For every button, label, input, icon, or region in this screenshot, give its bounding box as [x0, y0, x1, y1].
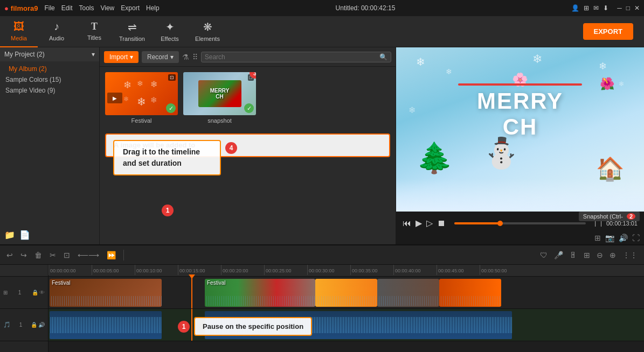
track-lock-button[interactable]: 🔒 [32, 290, 38, 295]
video-track-controls: 🔒 👁 [32, 290, 45, 295]
toolbar-audio[interactable]: ♪ Audio [38, 16, 75, 47]
tree-item-video[interactable]: Sample Video (9) [0, 85, 99, 96]
snapshot-tooltip-text: Snapshot (Ctrl- [583, 213, 623, 220]
mix-button[interactable]: 🎚 [567, 250, 579, 261]
win-minimize[interactable]: ─ [617, 4, 622, 12]
panel-collapse-icon[interactable]: ▾ [92, 51, 95, 58]
menu-tools[interactable]: Tools [79, 4, 94, 12]
toolbar-effects[interactable]: ✦ Effects [151, 16, 189, 47]
fullscreen-button[interactable]: ⛶ [632, 234, 640, 242]
menu-help[interactable]: Help [146, 4, 160, 12]
toolbar-titles[interactable]: T Titles [75, 16, 113, 47]
import-button[interactable]: Import ▾ [104, 51, 139, 63]
import-label: Import [109, 53, 128, 61]
record-button[interactable]: Record ▾ [142, 51, 179, 63]
audio-lock-button[interactable]: 🔒 [31, 322, 37, 328]
minus-button[interactable]: ⊖ [594, 250, 605, 261]
tree-item-colors[interactable]: Sample Colors (15) [0, 74, 99, 85]
clip-gold[interactable] [315, 279, 377, 307]
media-item-snapshot[interactable]: MERRYCH □ ✓ 3 snapshot [183, 72, 256, 124]
export-button[interactable]: EXPORT [583, 23, 633, 40]
ruler-spacer [0, 265, 48, 277]
clip-dark[interactable] [377, 279, 439, 307]
add-file-icon[interactable]: 📄 [19, 230, 30, 240]
media-thumb-snapshot[interactable]: MERRYCH □ ✓ 3 [183, 72, 256, 115]
play-button[interactable]: ▶ [416, 218, 422, 228]
record-label: Record [147, 53, 168, 61]
voiceover-button[interactable]: 🛡 [538, 250, 550, 261]
app-logo: ● filmora9 [4, 4, 38, 12]
win-close[interactable]: ✕ [634, 4, 640, 12]
crop-button[interactable]: ⊡ [61, 250, 72, 261]
add-folder-icon[interactable]: 📁 [4, 230, 15, 240]
download-icon[interactable]: ⬇ [603, 4, 608, 12]
menu-view[interactable]: View [100, 4, 114, 12]
toolbar-elements[interactable]: ❋ Elements [189, 16, 226, 47]
audio-wave-4 [377, 296, 439, 306]
speed-button[interactable]: ⏩ [105, 250, 118, 261]
mic-button[interactable]: 🎤 [552, 250, 565, 261]
clip-orange[interactable] [439, 279, 501, 307]
media-thumb-festival[interactable]: ❄ ❄ ❄ ❄ ❄ ❄ ⊡ ✓ ▶ [105, 72, 178, 115]
snowflake-preview-1: ❄ [416, 55, 425, 68]
media-icon: 🖼 [13, 20, 24, 33]
track-eye-button[interactable]: 👁 [39, 290, 45, 295]
audio-track-icon: 🎵 [3, 321, 11, 328]
bookmark-icon[interactable]: ⊞ [584, 4, 589, 12]
win-maximize[interactable]: □ [626, 4, 630, 12]
grid-view-icon[interactable]: ⠿ [192, 53, 198, 61]
audio-track-row [49, 309, 644, 341]
menu-bar: File Edit Tools View Export Help [44, 4, 159, 12]
snowflake-icon-6: ❄ [150, 95, 160, 108]
panel-actions: 📁 📄 [0, 98, 99, 244]
panel-title: My Project (2) [4, 51, 45, 58]
search-input[interactable] [205, 53, 379, 61]
menu-export[interactable]: Export [121, 4, 140, 12]
stop-button[interactable]: ⏹ [437, 219, 446, 228]
split-button[interactable]: ⟵⟶ [75, 250, 101, 261]
undo-button[interactable]: ↩ [4, 250, 15, 261]
playhead [191, 277, 192, 308]
cut-button[interactable]: ✂ [47, 250, 58, 261]
media-item-festival[interactable]: ❄ ❄ ❄ ❄ ❄ ❄ ⊡ ✓ ▶ Festival [105, 72, 178, 124]
clip-festival-2-label: Festival [205, 279, 315, 287]
audio-wave-display-1 [50, 317, 162, 333]
more-button[interactable]: ⋮⋮ [620, 250, 640, 261]
user-icon[interactable]: 👤 [571, 4, 579, 12]
volume-button[interactable]: 🔊 [619, 234, 628, 242]
main-toolbar: 🖼 Media ♪ Audio T Titles ⇌ Transition ✦ … [0, 16, 644, 47]
fullscreen-small-button[interactable]: ⊞ [594, 234, 601, 242]
add-layer-button[interactable]: ⊕ [607, 250, 618, 261]
pip-button[interactable]: ⊞ [581, 250, 592, 261]
ruler-tick-9: 00:00:45:00 [437, 265, 480, 275]
progress-bar[interactable] [454, 222, 586, 224]
mail-icon[interactable]: ✉ [593, 4, 599, 12]
ruler-tick-4: 00:00:20:00 [221, 265, 264, 275]
clip-festival-2[interactable]: Festival [205, 279, 315, 307]
toolbar-audio-label: Audio [49, 35, 64, 41]
redo-button[interactable]: ↪ [18, 250, 29, 261]
video-track-num: 1 [18, 290, 22, 295]
prev-frame-button[interactable]: ⏮ [403, 219, 411, 228]
timeline-ruler: 00:00:00:00 00:00:05:00 00:00:10:00 00:0… [49, 265, 644, 277]
menu-edit[interactable]: Edit [61, 4, 73, 12]
search-icon[interactable]: 🔍 [379, 53, 387, 61]
progress-dot [497, 221, 503, 226]
tree-item-album[interactable]: My Album (2) [0, 64, 99, 74]
audio-clip-1[interactable] [50, 311, 162, 339]
snapshot-button[interactable]: 📷 [605, 234, 614, 242]
play-alt-button[interactable]: ▷ [426, 218, 433, 228]
track-label-audio: 🎵 1 🔒 🔊 [0, 309, 48, 341]
toolbar-transition[interactable]: ⇌ Transition [113, 16, 151, 47]
red-flower-icon: 🌺 [600, 77, 614, 91]
toolbar-media[interactable]: 🖼 Media [0, 16, 38, 47]
filter-icon[interactable]: ⚗ [182, 53, 189, 61]
menu-file[interactable]: File [44, 4, 54, 12]
ruler-tick-2: 00:00:10:00 [135, 265, 178, 275]
delete-button[interactable]: 🗑 [32, 250, 44, 261]
audio-mute-button[interactable]: 🔊 [38, 322, 45, 328]
snowflake-icon-3: ❄ [150, 79, 160, 91]
toolbar-separator [123, 250, 124, 261]
timeline-content: ⊞ 1 🔒 👁 🎵 1 🔒 🔊 [0, 265, 644, 352]
clip-festival-1[interactable]: Festival [50, 279, 162, 307]
